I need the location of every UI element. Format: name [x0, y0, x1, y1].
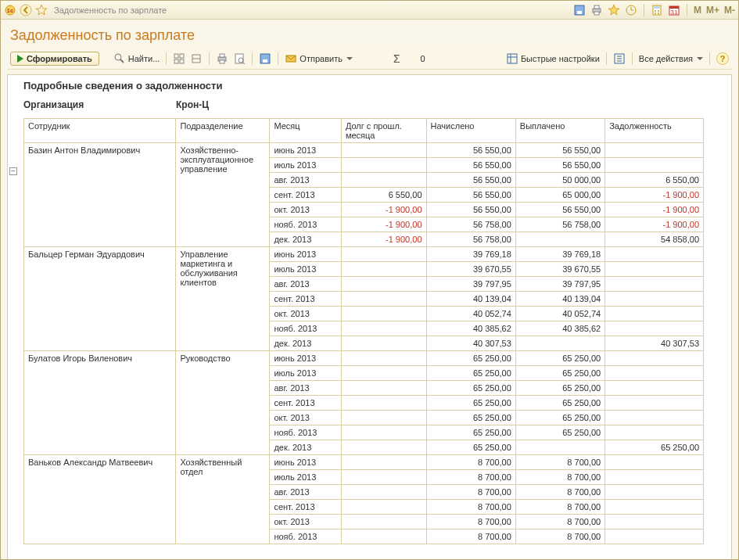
- generate-button[interactable]: Сформировать: [10, 52, 99, 66]
- svg-point-2: [20, 5, 31, 16]
- cell-employee: Базин Антон Владимирович: [24, 143, 176, 247]
- cell-month: сент. 2013: [270, 500, 341, 515]
- cell-paid: 65 000,00: [515, 188, 604, 203]
- cell-paid: 65 250,00: [515, 381, 604, 396]
- cell-month: дек. 2013: [270, 232, 341, 247]
- cell-prev-debt: [341, 381, 426, 396]
- cell-paid: 50 000,00: [515, 173, 604, 188]
- calculator-icon[interactable]: [651, 4, 663, 16]
- search-icon: [113, 52, 126, 65]
- memory-mminus-button[interactable]: M-: [724, 5, 735, 16]
- table-row[interactable]: Булатов Игорь ВиленовичРуководствоиюнь 2…: [24, 351, 704, 366]
- save-report-icon[interactable]: [259, 52, 271, 65]
- favorite-add-icon[interactable]: [608, 4, 620, 16]
- cell-month: авг. 2013: [270, 485, 341, 500]
- cell-accrued: 40 307,53: [426, 336, 515, 351]
- cell-prev-debt: [341, 158, 426, 173]
- cell-department: Руководство: [176, 351, 270, 455]
- memory-mplus-button[interactable]: M+: [706, 5, 719, 16]
- cell-accrued: 65 250,00: [426, 396, 515, 411]
- cell-debt: [605, 158, 704, 173]
- mail-icon: [285, 52, 297, 65]
- memory-m-button[interactable]: M: [694, 5, 701, 16]
- table-row[interactable]: Базин Антон ВладимировичХозяйственно- эк…: [24, 143, 704, 158]
- cell-prev-debt: [341, 529, 426, 544]
- svg-rect-35: [508, 54, 517, 63]
- cell-month: авг. 2013: [270, 381, 341, 396]
- print-icon[interactable]: [590, 4, 603, 16]
- cell-department: Хозяйственный отдел: [176, 455, 270, 544]
- save-icon[interactable]: [573, 4, 586, 16]
- chevron-down-icon: [346, 57, 353, 60]
- report-toolbar: Сформировать Найти... Отправить Σ 0 Быст…: [7, 48, 732, 70]
- svg-rect-28: [220, 60, 224, 63]
- col-prev-debt: Долг с прошл. месяца: [341, 119, 426, 143]
- cell-accrued: 56 550,00: [426, 188, 515, 203]
- cell-month: июль 2013: [270, 470, 341, 485]
- cell-paid: 65 250,00: [515, 366, 604, 381]
- cell-accrued: 56 758,00: [426, 217, 515, 232]
- history-icon[interactable]: [625, 4, 637, 16]
- cell-prev-debt: [341, 247, 426, 262]
- quick-settings-button[interactable]: Быстрые настройки: [506, 52, 600, 65]
- cell-debt: -1 900,00: [605, 188, 704, 203]
- cell-debt: 65 250,00: [605, 440, 704, 455]
- cell-accrued: 8 700,00: [426, 485, 515, 500]
- cell-employee: Бальцер Герман Эдуардович: [24, 247, 176, 351]
- svg-text:1c: 1c: [7, 7, 14, 14]
- cell-accrued: 8 700,00: [426, 455, 515, 470]
- table-row[interactable]: Ваньков Александр МатвеевичХозяйственный…: [24, 455, 704, 470]
- col-month: Месяц: [270, 119, 341, 143]
- cell-month: окт. 2013: [270, 307, 341, 321]
- all-actions-button[interactable]: Все действия: [639, 54, 703, 63]
- sum-display[interactable]: Σ 0: [393, 52, 425, 65]
- cell-prev-debt: [341, 307, 426, 321]
- generate-button-label: Сформировать: [27, 54, 92, 63]
- all-actions-label: Все действия: [639, 54, 693, 63]
- svg-rect-22: [174, 59, 178, 63]
- cell-accrued: 65 250,00: [426, 440, 515, 455]
- cell-month: нояб. 2013: [270, 425, 341, 440]
- cell-debt: [605, 143, 704, 158]
- cell-debt: [605, 247, 704, 262]
- cell-department: Хозяйственно- эксплуатационное управлени…: [176, 143, 270, 247]
- send-button[interactable]: Отправить: [285, 52, 353, 65]
- cell-accrued: 8 700,00: [426, 470, 515, 485]
- svg-point-13: [655, 13, 656, 14]
- svg-text:31: 31: [671, 9, 678, 16]
- print-report-icon[interactable]: [216, 52, 228, 65]
- cell-accrued: 56 550,00: [426, 143, 515, 158]
- cell-paid: 39 670,55: [515, 262, 604, 277]
- favorite-star-icon[interactable]: [35, 4, 48, 16]
- calendar-icon[interactable]: 31: [668, 4, 680, 16]
- back-nav-icon[interactable]: [20, 4, 32, 16]
- find-button[interactable]: Найти...: [113, 52, 160, 65]
- cell-department: Управление маркетинга и обслуживания кли…: [176, 247, 270, 351]
- cell-prev-debt: [341, 336, 426, 351]
- svg-rect-33: [263, 59, 267, 63]
- cell-paid: 65 250,00: [515, 411, 604, 425]
- cell-debt: [605, 396, 704, 411]
- cell-month: июль 2013: [270, 366, 341, 381]
- cell-debt: 54 858,00: [605, 232, 704, 247]
- cell-month: июнь 2013: [270, 455, 341, 470]
- cell-debt: [605, 425, 704, 440]
- cell-accrued: 56 550,00: [426, 158, 515, 173]
- cell-prev-debt: [341, 292, 426, 307]
- cell-paid: [515, 440, 604, 455]
- collapse-toggle[interactable]: −: [9, 167, 17, 175]
- cell-month: июнь 2013: [270, 247, 341, 262]
- expand-groups-icon[interactable]: [173, 52, 185, 65]
- cell-accrued: 65 250,00: [426, 425, 515, 440]
- cell-month: сент. 2013: [270, 396, 341, 411]
- report-viewport[interactable]: − Подробные сведения о задолженности Орг…: [7, 74, 732, 559]
- preview-icon[interactable]: [233, 52, 246, 65]
- help-button[interactable]: ?: [716, 52, 729, 65]
- open-settings-icon[interactable]: [613, 52, 626, 65]
- svg-rect-27: [220, 54, 224, 57]
- collapse-groups-icon[interactable]: [190, 52, 203, 65]
- svg-rect-4: [577, 11, 582, 14]
- cell-accrued: 8 700,00: [426, 529, 515, 544]
- table-row[interactable]: Бальцер Герман ЭдуардовичУправление марк…: [24, 247, 704, 262]
- cell-paid: 8 700,00: [515, 529, 604, 544]
